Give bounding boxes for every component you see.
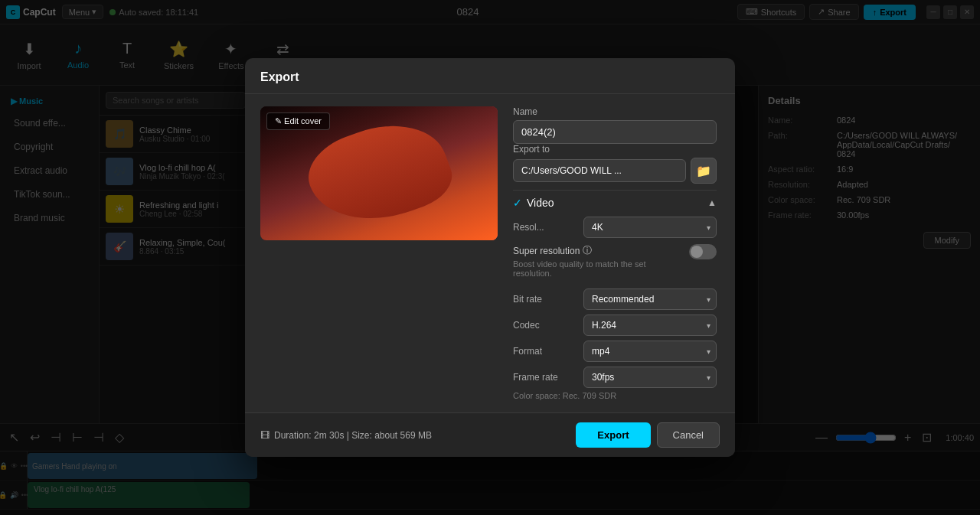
film-icon: 🎞 — [260, 430, 270, 441]
codec-row: Codec H.264 H.265 ProRes ▾ — [513, 315, 717, 336]
duration-text: Duration: 2m 30s | Size: about 569 MB — [274, 430, 432, 441]
format-label: Format — [513, 346, 574, 357]
modal-body: ✎ Edit cover Name Export to — [245, 94, 735, 412]
codec-select[interactable]: H.264 H.265 ProRes — [583, 315, 717, 336]
resolution-label: Resol... — [513, 222, 574, 233]
settings-scroll-area: Name Export to 📁 — [513, 106, 720, 400]
video-section-header[interactable]: ✓ Video ▲ — [513, 197, 717, 209]
name-field-label: Name — [513, 106, 717, 117]
toggle-knob — [691, 246, 703, 258]
frame-rate-select[interactable]: 24fps 25fps 30fps 60fps — [583, 367, 717, 388]
export-to-label: Export to — [513, 144, 717, 155]
color-space-info: Color space: Rec. 709 SDR — [513, 391, 717, 400]
export-to-field-row: Export to 📁 — [513, 144, 717, 184]
sr-title: Super resolution ⓘ — [513, 244, 683, 257]
preview-cover: ✎ Edit cover — [260, 106, 498, 240]
name-input[interactable] — [513, 120, 717, 144]
folder-browse-button[interactable]: 📁 — [691, 158, 717, 184]
sr-desc: Boost video quality to match the set res… — [513, 259, 683, 278]
name-field-row: Name — [513, 106, 717, 144]
bit-rate-label: Bit rate — [513, 294, 574, 305]
bit-rate-select[interactable]: Recommended Low Medium High — [583, 288, 717, 310]
export-path-input[interactable] — [513, 159, 686, 182]
bit-rate-select-wrapper: Recommended Low Medium High ▾ — [583, 288, 717, 310]
modal-overlay: Export ✎ Edit cover Name — [0, 0, 980, 515]
resolution-row: Resol... 4K 2K 1080P 720P ▾ — [513, 217, 717, 238]
footer-buttons: Export Cancel — [576, 422, 720, 448]
codec-label: Codec — [513, 320, 574, 331]
modal-fields: Name Export to 📁 — [513, 106, 720, 400]
edit-cover-button[interactable]: ✎ Edit cover — [266, 112, 330, 130]
export-button[interactable]: Export — [576, 422, 650, 448]
frame-rate-label: Frame rate — [513, 372, 574, 383]
modal-footer: 🎞 Duration: 2m 30s | Size: about 569 MB … — [245, 412, 735, 457]
frame-rate-select-wrapper: 24fps 25fps 30fps 60fps ▾ — [583, 367, 717, 388]
resolution-select[interactable]: 4K 2K 1080P 720P — [583, 217, 717, 238]
super-resolution-toggle[interactable] — [689, 244, 717, 259]
bit-rate-row: Bit rate Recommended Low Medium High ▾ — [513, 288, 717, 310]
separator-1 — [513, 190, 717, 191]
export-path-row: 📁 — [513, 158, 717, 184]
export-modal: Export ✎ Edit cover Name — [245, 58, 735, 457]
cancel-button[interactable]: Cancel — [657, 422, 720, 448]
super-resolution-row: Super resolution ⓘ Boost video quality t… — [513, 238, 717, 284]
resolution-select-wrapper: 4K 2K 1080P 720P ▾ — [583, 217, 717, 238]
sr-info: Super resolution ⓘ Boost video quality t… — [513, 244, 683, 278]
video-check-icon: ✓ — [513, 197, 522, 209]
codec-select-wrapper: H.264 H.265 ProRes ▾ — [583, 315, 717, 336]
video-section-arrow: ▲ — [707, 197, 717, 208]
modal-header: Export — [245, 58, 735, 94]
folder-icon: 📁 — [696, 164, 711, 178]
duration-info: 🎞 Duration: 2m 30s | Size: about 569 MB — [260, 430, 432, 441]
format-row: Format mp4 mov avi ▾ — [513, 341, 717, 362]
format-select-wrapper: mp4 mov avi ▾ — [583, 341, 717, 362]
format-select[interactable]: mp4 mov avi — [583, 341, 717, 362]
sr-info-icon: ⓘ — [583, 244, 592, 257]
video-section-title: Video — [527, 197, 554, 209]
modal-preview: ✎ Edit cover — [260, 106, 498, 400]
frame-rate-row: Frame rate 24fps 25fps 30fps 60fps ▾ — [513, 367, 717, 388]
